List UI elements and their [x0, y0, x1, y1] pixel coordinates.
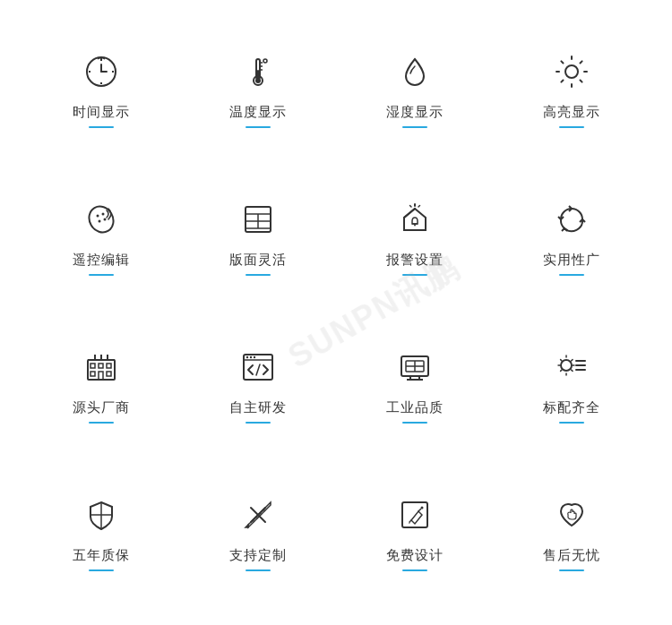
svg-line-24 [561, 81, 563, 82]
after-sales-label: 售后无忧 [543, 547, 600, 564]
svg-line-21 [561, 61, 563, 63]
industrial-quality-underline [402, 422, 427, 424]
svg-point-39 [414, 225, 416, 227]
svg-point-54 [249, 356, 251, 358]
svg-point-28 [98, 220, 100, 223]
svg-rect-42 [99, 364, 103, 368]
svg-line-37 [409, 206, 411, 208]
code-icon [235, 344, 281, 390]
feature-free-design: 免费设计 [336, 460, 493, 608]
feature-temp-display: 温度显示 [179, 17, 336, 165]
svg-rect-13 [257, 70, 259, 79]
svg-line-56 [256, 364, 260, 375]
svg-rect-44 [90, 372, 95, 376]
feature-after-sales: 售后无忧 [493, 460, 650, 608]
svg-line-36 [418, 206, 420, 208]
time-display-label: 时间显示 [73, 104, 130, 121]
shield-icon [78, 492, 125, 538]
svg-line-23 [580, 61, 582, 63]
svg-rect-41 [90, 364, 95, 368]
factory-icon [78, 344, 125, 390]
alarm-setting-label: 报警设置 [386, 252, 444, 269]
practical-wide-label: 实用性广 [543, 252, 600, 269]
svg-point-15 [263, 59, 267, 63]
svg-point-25 [84, 202, 118, 237]
feature-standard-complete: 标配齐全 [493, 312, 650, 460]
feature-self-developed: 自主研发 [179, 312, 336, 460]
thermometer-icon [235, 48, 281, 95]
standard-complete-underline [559, 422, 584, 424]
time-display-underline [89, 126, 114, 128]
svg-line-79 [409, 520, 411, 522]
brightness-display-label: 高亮显示 [543, 104, 600, 121]
custom-support-underline [246, 569, 271, 571]
svg-point-14 [255, 78, 261, 83]
svg-point-29 [103, 218, 106, 221]
svg-point-26 [96, 215, 99, 218]
industrial-icon [392, 344, 438, 390]
feature-custom-support: 支持定制 [179, 460, 336, 608]
temp-display-label: 温度显示 [229, 104, 287, 121]
humidity-icon [392, 48, 438, 95]
practical-icon [548, 196, 595, 243]
layout-icon [235, 196, 281, 243]
svg-point-64 [561, 360, 572, 371]
svg-point-78 [420, 507, 423, 509]
svg-point-53 [246, 356, 247, 358]
feature-alarm-setting: 报警设置 [336, 165, 493, 312]
layout-flexible-label: 版面灵活 [229, 252, 287, 269]
features-grid: 时间显示 温度显示 湿度 [22, 17, 650, 608]
feature-source-manufacturer: 源头厂商 [22, 312, 179, 460]
aftersales-icon [548, 492, 595, 538]
source-manufacturer-label: 源头厂商 [73, 399, 130, 416]
five-year-warranty-label: 五年质保 [73, 547, 130, 564]
brightness-display-underline [559, 126, 584, 128]
standard-complete-label: 标配齐全 [543, 399, 600, 416]
remote-icon [78, 196, 125, 243]
feature-remote-edit: 遥控编辑 [22, 165, 179, 312]
self-developed-label: 自主研发 [229, 399, 287, 416]
svg-point-16 [565, 65, 578, 78]
design-icon [392, 492, 438, 538]
standard-icon [548, 344, 595, 390]
remote-edit-underline [89, 274, 114, 276]
feature-humidity-display: 湿度显示 [336, 17, 493, 165]
svg-point-7 [99, 57, 101, 59]
svg-rect-51 [244, 355, 272, 380]
free-design-label: 免费设计 [386, 547, 444, 564]
svg-point-27 [101, 213, 104, 216]
feature-five-year-warranty: 五年质保 [22, 460, 179, 608]
feature-industrial-quality: 工业品质 [336, 312, 493, 460]
humidity-display-label: 湿度显示 [386, 104, 444, 121]
alarm-setting-underline [402, 274, 427, 276]
clock-icon [78, 48, 125, 95]
industrial-quality-label: 工业品质 [386, 399, 444, 416]
humidity-display-underline [402, 126, 427, 128]
svg-line-22 [580, 81, 582, 82]
custom-icon [235, 492, 281, 538]
free-design-underline [402, 569, 427, 571]
after-sales-underline [559, 569, 584, 571]
svg-line-77 [418, 509, 421, 512]
alarm-icon [392, 196, 438, 243]
self-developed-underline [246, 422, 271, 424]
practical-wide-underline [559, 274, 584, 276]
remote-edit-label: 遥控编辑 [73, 252, 130, 269]
custom-support-label: 支持定制 [229, 547, 287, 564]
svg-point-55 [253, 356, 254, 358]
feature-brightness-display: 高亮显示 [493, 17, 650, 165]
temp-display-underline [246, 126, 271, 128]
svg-rect-43 [107, 364, 111, 368]
brightness-icon [548, 48, 595, 95]
feature-layout-flexible: 版面灵活 [179, 165, 336, 312]
five-year-warranty-underline [89, 569, 114, 571]
svg-rect-45 [99, 372, 103, 380]
svg-rect-46 [107, 372, 111, 376]
feature-practical-wide: 实用性广 [493, 165, 650, 312]
layout-flexible-underline [246, 274, 271, 276]
source-manufacturer-underline [89, 422, 114, 424]
feature-time-display: 时间显示 [22, 17, 179, 165]
